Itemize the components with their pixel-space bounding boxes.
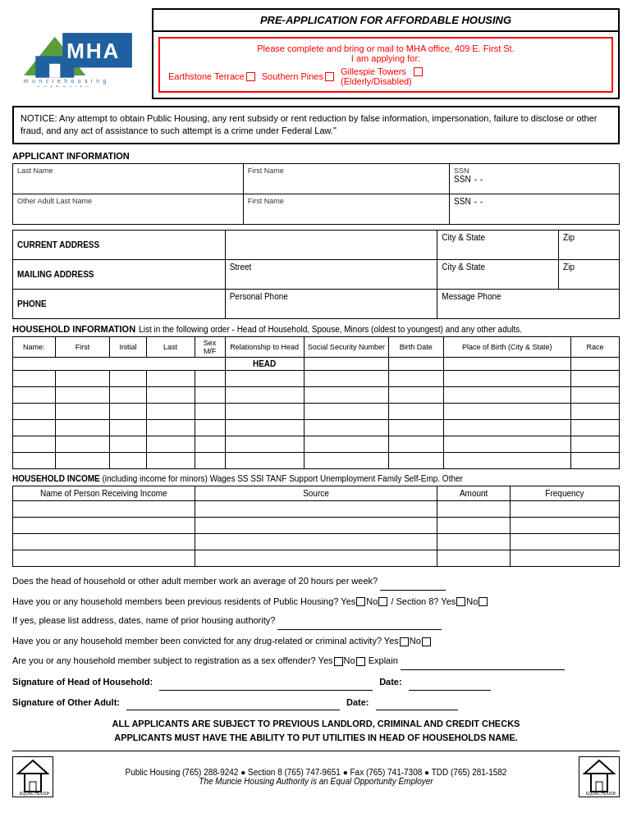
hh-r5-name[interactable] bbox=[13, 436, 56, 452]
hh-r6-birth[interactable] bbox=[389, 452, 444, 468]
income-r1-amount[interactable] bbox=[437, 500, 511, 517]
hh-r6-first[interactable] bbox=[55, 452, 110, 468]
q4-no-checkbox[interactable] bbox=[422, 637, 431, 646]
hh-r3-place[interactable] bbox=[443, 403, 570, 419]
mailing-zip-value[interactable] bbox=[563, 272, 615, 286]
hh-r2-initial[interactable] bbox=[110, 386, 146, 403]
sig-other-field[interactable] bbox=[126, 694, 340, 711]
last-name-value[interactable] bbox=[17, 175, 239, 191]
hh-r1-initial[interactable] bbox=[110, 370, 146, 386]
hh-r3-sex[interactable] bbox=[195, 403, 225, 419]
first-name-value[interactable] bbox=[248, 175, 445, 191]
hh-r1-ssn[interactable] bbox=[304, 370, 388, 386]
hh-r6-name[interactable] bbox=[13, 452, 56, 468]
hh-r1-name[interactable] bbox=[13, 370, 56, 386]
hh-r3-initial[interactable] bbox=[110, 403, 146, 419]
hh-r4-rel[interactable] bbox=[225, 419, 304, 436]
income-r2-person[interactable] bbox=[13, 517, 195, 533]
other-first-name-value[interactable] bbox=[248, 205, 445, 221]
hh-r1-place[interactable] bbox=[443, 370, 570, 386]
hh-r6-race[interactable] bbox=[570, 452, 619, 468]
hh-r4-last[interactable] bbox=[146, 419, 195, 436]
personal-phone-value[interactable] bbox=[230, 301, 433, 316]
income-r4-frequency[interactable] bbox=[510, 550, 619, 566]
hh-r2-name[interactable] bbox=[13, 386, 56, 403]
income-r4-person[interactable] bbox=[13, 550, 195, 566]
q5-yes-checkbox[interactable] bbox=[334, 657, 343, 666]
hh-r4-initial[interactable] bbox=[110, 419, 146, 436]
current-city-state-value[interactable] bbox=[442, 242, 554, 257]
hh-r3-ssn[interactable] bbox=[304, 403, 388, 419]
hh-r6-initial[interactable] bbox=[110, 452, 146, 468]
hh-r4-sex[interactable] bbox=[195, 419, 225, 436]
hh-r2-sex[interactable] bbox=[195, 386, 225, 403]
q2-s8-yes-checkbox[interactable] bbox=[456, 597, 465, 606]
hh-head-race[interactable] bbox=[570, 357, 619, 370]
income-r1-frequency[interactable] bbox=[510, 500, 619, 517]
q5-no-checkbox[interactable] bbox=[356, 657, 365, 666]
hh-r5-initial[interactable] bbox=[110, 436, 146, 452]
hh-r6-rel[interactable] bbox=[225, 452, 304, 468]
hh-r5-first[interactable] bbox=[55, 436, 110, 452]
earthstone-checkbox[interactable] bbox=[246, 72, 255, 81]
hh-r5-race[interactable] bbox=[570, 436, 619, 452]
income-r4-source[interactable] bbox=[195, 550, 437, 566]
hh-r2-place[interactable] bbox=[443, 386, 570, 403]
hh-r3-first[interactable] bbox=[55, 403, 110, 419]
hh-r3-rel[interactable] bbox=[225, 403, 304, 419]
hh-r5-rel[interactable] bbox=[225, 436, 304, 452]
q5-explain-answer[interactable] bbox=[401, 653, 565, 670]
hh-r6-sex[interactable] bbox=[195, 452, 225, 468]
q3-answer[interactable] bbox=[277, 613, 442, 630]
hh-r2-birth[interactable] bbox=[389, 386, 444, 403]
hh-r6-last[interactable] bbox=[146, 452, 195, 468]
hh-r1-first[interactable] bbox=[55, 370, 110, 386]
sig-other-date-field[interactable] bbox=[376, 694, 458, 711]
hh-r3-last[interactable] bbox=[146, 403, 195, 419]
income-r3-frequency[interactable] bbox=[510, 533, 619, 550]
hh-r4-place[interactable] bbox=[443, 419, 570, 436]
q2-yes-checkbox[interactable] bbox=[356, 597, 365, 606]
income-r1-source[interactable] bbox=[195, 500, 437, 517]
hh-r5-last[interactable] bbox=[146, 436, 195, 452]
q4-yes-checkbox[interactable] bbox=[400, 637, 409, 646]
income-r3-source[interactable] bbox=[195, 533, 437, 550]
other-last-name-value[interactable] bbox=[17, 205, 239, 221]
hh-r6-ssn[interactable] bbox=[304, 452, 388, 468]
hh-r4-first[interactable] bbox=[55, 419, 110, 436]
income-r1-person[interactable] bbox=[13, 500, 195, 517]
message-phone-value[interactable] bbox=[442, 301, 615, 316]
income-r2-frequency[interactable] bbox=[510, 517, 619, 533]
hh-r4-ssn[interactable] bbox=[304, 419, 388, 436]
hh-r3-birth[interactable] bbox=[389, 403, 444, 419]
income-r3-person[interactable] bbox=[13, 533, 195, 550]
hh-r2-race[interactable] bbox=[570, 386, 619, 403]
hh-r2-rel[interactable] bbox=[225, 386, 304, 403]
q1-answer[interactable] bbox=[380, 573, 446, 591]
hh-head-ssn[interactable] bbox=[304, 357, 388, 370]
hh-r4-race[interactable] bbox=[570, 419, 619, 436]
hh-r5-place[interactable] bbox=[443, 436, 570, 452]
hh-r1-race[interactable] bbox=[570, 370, 619, 386]
hh-r4-birth[interactable] bbox=[389, 419, 444, 436]
hh-r2-last[interactable] bbox=[146, 386, 195, 403]
current-address-value[interactable] bbox=[225, 230, 437, 259]
hh-r5-ssn[interactable] bbox=[304, 436, 388, 452]
hh-head-birth[interactable] bbox=[389, 357, 444, 370]
hh-r2-ssn[interactable] bbox=[304, 386, 388, 403]
hh-r5-birth[interactable] bbox=[389, 436, 444, 452]
mailing-city-state-value[interactable] bbox=[442, 272, 554, 286]
sig-hoh-date-field[interactable] bbox=[409, 673, 491, 691]
sig-hoh-field[interactable] bbox=[159, 673, 373, 691]
hh-r2-first[interactable] bbox=[55, 386, 110, 403]
current-zip-value[interactable] bbox=[563, 242, 615, 257]
gillespie-checkbox[interactable] bbox=[414, 67, 423, 76]
hh-r5-sex[interactable] bbox=[195, 436, 225, 452]
hh-r4-name[interactable] bbox=[13, 419, 56, 436]
hh-r6-place[interactable] bbox=[443, 452, 570, 468]
income-r3-amount[interactable] bbox=[437, 533, 511, 550]
southern-pines-checkbox[interactable] bbox=[325, 72, 334, 81]
hh-r1-birth[interactable] bbox=[389, 370, 444, 386]
hh-head-place[interactable] bbox=[443, 357, 570, 370]
hh-r1-sex[interactable] bbox=[195, 370, 225, 386]
